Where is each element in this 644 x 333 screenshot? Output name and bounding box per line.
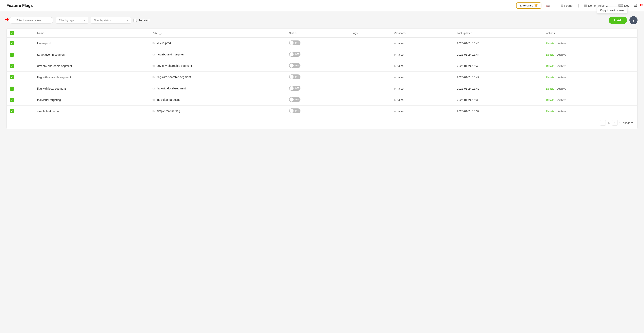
select-all-checkbox[interactable]: ✓ <box>10 31 14 35</box>
row-actions-cell: Details Archive <box>543 60 637 72</box>
toggle-knob <box>290 75 294 79</box>
prev-page-button[interactable]: ‹ <box>600 120 606 126</box>
status-filter[interactable]: Filter by status <box>91 17 131 24</box>
add-icon: ＋ <box>613 18 616 22</box>
th-last-updated: Last updated <box>454 28 543 38</box>
key-icon: ⧉ <box>152 110 154 113</box>
transfer-button[interactable]: ⇄ <box>634 3 638 8</box>
archive-button[interactable]: Archive <box>558 64 566 68</box>
add-button[interactable]: ＋ Add <box>608 16 627 24</box>
archive-button[interactable]: Archive <box>558 87 566 90</box>
next-page-button[interactable]: › <box>612 120 618 126</box>
table-row: ✓ target user in segment ⧉ target-user-i… <box>7 49 637 60</box>
row-key-cell: ⧉ simple-feature-flag <box>149 106 286 117</box>
status-toggle[interactable]: OFF <box>289 74 300 79</box>
enterprise-icon: 🏆 <box>534 4 538 7</box>
table-row: ✓ key in prod ⧉ key-in-prod OFF false 20… <box>7 38 637 49</box>
row-variations: false <box>398 42 404 45</box>
archive-button[interactable]: Archive <box>558 42 566 45</box>
row-actions-cell: Details Archive <box>543 94 637 106</box>
archive-button[interactable]: Archive <box>558 98 566 102</box>
toggle-label: OFF <box>295 76 299 78</box>
row-checkbox-cell: ✓ <box>7 38 34 49</box>
row-status-cell: OFF <box>286 72 349 83</box>
row-key: target-user-in-segment <box>156 53 185 56</box>
archive-button[interactable]: Archive <box>558 110 566 113</box>
row-key-cell: ⧉ flag-with-local-segment <box>149 83 286 94</box>
archive-button[interactable]: Archive <box>558 76 566 79</box>
row-key: key-in-prod <box>156 42 171 45</box>
row-checkbox-cell: ✓ <box>7 49 34 60</box>
row-status-cell: OFF <box>286 38 349 49</box>
status-toggle[interactable]: OFF <box>289 52 300 57</box>
key-icon: ⧉ <box>152 42 154 45</box>
th-variations: Variations <box>391 28 454 38</box>
status-toggle[interactable]: OFF <box>289 97 300 102</box>
row-checkbox[interactable]: ✓ <box>10 75 14 79</box>
enterprise-label: Enterprise <box>520 4 533 7</box>
variation-dot <box>394 65 396 67</box>
archive-button[interactable]: Archive <box>558 53 566 56</box>
more-options-button[interactable]: ⋮ <box>630 16 638 24</box>
toggle-knob <box>290 52 294 56</box>
per-page-selector[interactable]: 10 / page ▼ <box>619 122 633 124</box>
row-key-cell: ⧉ target-user-in-segment <box>149 49 286 60</box>
row-checkbox-cell: ✓ <box>7 60 34 72</box>
status-toggle[interactable]: OFF <box>289 86 300 91</box>
toggle-label: OFF <box>295 110 299 112</box>
dots-icon: ⋮ <box>632 18 635 22</box>
row-last-updated-cell: 2025-01-24 15:37 <box>454 106 543 117</box>
row-name-cell: flag with shareble segment <box>34 72 149 83</box>
details-button[interactable]: Details <box>546 64 554 68</box>
tags-filter[interactable]: Filter by tags <box>56 17 88 24</box>
archived-checkbox[interactable] <box>134 18 137 22</box>
archived-label[interactable]: Archived <box>134 18 149 22</box>
nav-book[interactable]: 📖 <box>546 4 550 7</box>
row-key: dev-env-shareable-segment <box>156 64 192 67</box>
th-actions: Actions <box>543 28 637 38</box>
table-row: ✓ flag with shareble segment ⧉ flag-with… <box>7 72 637 83</box>
details-button[interactable]: Details <box>546 53 554 56</box>
book-icon: 📖 <box>546 4 550 7</box>
row-key: flag-with-local-segment <box>156 87 186 90</box>
enterprise-button[interactable]: Enterprise 🏆 <box>516 2 542 9</box>
table-body: ✓ key in prod ⧉ key-in-prod OFF false 20… <box>7 38 637 117</box>
details-button[interactable]: Details <box>546 76 554 79</box>
row-checkbox[interactable]: ✓ <box>10 86 14 91</box>
status-toggle[interactable]: OFF <box>289 108 300 113</box>
details-button[interactable]: Details <box>546 98 554 102</box>
status-toggle[interactable]: OFF <box>289 40 300 45</box>
row-last-updated: 2025-01-24 15:43 <box>457 64 479 68</box>
row-status-cell: OFF <box>286 49 349 60</box>
key-icon: ⧉ <box>152 76 154 79</box>
row-checkbox[interactable]: ✓ <box>10 109 14 113</box>
row-last-updated-cell: 2025-01-24 15:44 <box>454 49 543 60</box>
row-actions-cell: Details Archive <box>543 49 637 60</box>
search-input[interactable] <box>9 17 54 24</box>
details-button[interactable]: Details <box>546 42 554 45</box>
details-button[interactable]: Details <box>546 87 554 90</box>
toggle-label: OFF <box>295 87 299 90</box>
row-actions-cell: Details Archive <box>543 106 637 117</box>
row-last-updated-cell: 2025-01-24 15:42 <box>454 72 543 83</box>
main-content: ➜ 🔍 Filter by tags ▼ Filter by status ▼ … <box>0 11 644 134</box>
row-variations: false <box>398 64 404 68</box>
row-actions-cell: Details Archive <box>543 72 637 83</box>
status-filter-wrapper: Filter by status ▼ <box>91 17 131 24</box>
details-button[interactable]: Details <box>546 110 554 113</box>
row-variations-cell: false <box>391 60 454 72</box>
row-last-updated: 2025-01-24 15:42 <box>457 87 479 90</box>
key-icon: ⧉ <box>152 64 154 67</box>
nav-featbit[interactable]: ⊞ FeatBit <box>560 4 573 8</box>
row-name-cell: individual targeting <box>34 94 149 106</box>
row-checkbox[interactable]: ✓ <box>10 52 14 57</box>
row-checkbox[interactable]: ✓ <box>10 41 14 45</box>
row-actions-cell: Details Archive <box>543 38 637 49</box>
key-icon: ⧉ <box>152 98 154 101</box>
row-key: flag-with-shareble-segment <box>156 76 191 79</box>
status-toggle[interactable]: OFF <box>289 63 300 68</box>
row-checkbox[interactable]: ✓ <box>10 64 14 68</box>
key-icon: ⧉ <box>152 87 154 90</box>
grid-icon: ⊞ <box>560 4 563 8</box>
row-checkbox[interactable]: ✓ <box>10 98 14 102</box>
